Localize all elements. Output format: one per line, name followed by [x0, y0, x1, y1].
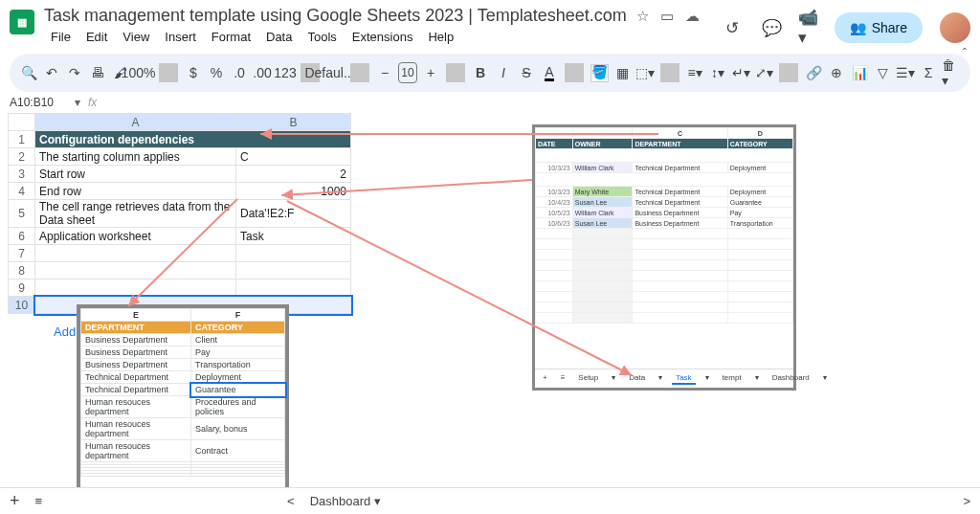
- bold-button[interactable]: B: [471, 61, 490, 84]
- scroll-sheets-right[interactable]: >: [963, 494, 970, 508]
- add-rows-button[interactable]: Add: [54, 324, 76, 339]
- text-color-button[interactable]: A: [540, 61, 559, 84]
- history-icon[interactable]: ↺: [725, 18, 745, 38]
- merge-button[interactable]: ⬚▾: [635, 61, 655, 84]
- search-menus-icon[interactable]: 🔍: [19, 61, 38, 84]
- undo-button[interactable]: ↶: [42, 61, 61, 84]
- wrap-button[interactable]: ↵▾: [731, 61, 750, 84]
- filter-views-button[interactable]: ☰▾: [896, 61, 915, 84]
- link-button[interactable]: 🔗: [804, 61, 823, 84]
- filter-button[interactable]: ▽: [873, 61, 892, 84]
- scroll-sheets-left[interactable]: <: [287, 494, 295, 508]
- v-align-button[interactable]: ↕▾: [708, 61, 727, 84]
- lock-icon: 👥: [850, 20, 866, 35]
- insert-chart-button[interactable]: 📊: [850, 61, 869, 84]
- percent-button[interactable]: %: [207, 61, 226, 84]
- print-button[interactable]: 🖶: [88, 61, 107, 84]
- task-sheet-preview: CD DATEOWNERDEPARTMENTCATEGORY 10/3/23Wi…: [532, 124, 796, 391]
- italic-button[interactable]: I: [494, 61, 513, 84]
- strike-button[interactable]: S: [517, 61, 536, 84]
- increase-font-button[interactable]: +: [421, 61, 440, 84]
- zoom-select[interactable]: 100%▾: [134, 61, 153, 84]
- fill-color-button[interactable]: 🪣: [590, 61, 609, 84]
- font-select[interactable]: Defaul...▾: [325, 61, 345, 84]
- all-sheets-button[interactable]: ≡: [35, 494, 43, 508]
- move-icon[interactable]: ▭: [660, 8, 674, 25]
- config-header-cell[interactable]: Configuration dependencies: [35, 131, 351, 148]
- menu-data[interactable]: Data: [259, 28, 299, 46]
- rotate-button[interactable]: ⤢▾: [754, 61, 773, 84]
- collapse-toolbar-icon[interactable]: ˆ: [963, 46, 967, 60]
- more-formats-button[interactable]: 123: [276, 61, 295, 84]
- data-sheet-preview: EF DEPARTMENTCATEGORY Business Departmen…: [77, 304, 289, 513]
- currency-button[interactable]: $: [184, 61, 203, 84]
- sheets-logo[interactable]: ▦: [10, 10, 34, 34]
- menu-tools[interactable]: Tools: [301, 28, 343, 46]
- menu-edit[interactable]: Edit: [79, 28, 114, 46]
- decrease-font-button[interactable]: −: [375, 61, 394, 84]
- comments-icon[interactable]: 💬: [762, 18, 781, 38]
- redo-button[interactable]: ↷: [65, 61, 84, 84]
- name-box[interactable]: A10:B10: [10, 96, 67, 109]
- namebox-dropdown-icon[interactable]: ▾: [75, 96, 80, 109]
- fx-label: fx: [88, 96, 97, 109]
- menu-bar: File Edit View Insert Format Data Tools …: [44, 28, 725, 46]
- delete-button[interactable]: 🗑▾: [942, 61, 961, 84]
- menu-file[interactable]: File: [44, 28, 78, 46]
- col-header-B[interactable]: B: [236, 114, 351, 131]
- font-size-input[interactable]: 10: [398, 62, 417, 83]
- toolbar: 🔍 ↶ ↷ 🖶 🖌 100%▾ $ % .0 .00 123 Defaul...…: [10, 54, 970, 92]
- star-icon[interactable]: ☆: [636, 8, 649, 25]
- insert-comment-button[interactable]: ⊕: [827, 61, 846, 84]
- decrease-decimal-button[interactable]: .0: [230, 61, 249, 84]
- borders-button[interactable]: ▦: [612, 61, 632, 84]
- add-sheet-button[interactable]: +: [10, 491, 20, 511]
- sheet-tab-dashboard[interactable]: Dashboard ▾: [310, 494, 381, 508]
- share-button[interactable]: 👥Share: [835, 12, 923, 43]
- h-align-button[interactable]: ≡▾: [685, 61, 704, 84]
- col-header-A[interactable]: A: [35, 114, 236, 131]
- account-avatar[interactable]: [940, 12, 970, 43]
- spreadsheet-grid[interactable]: A B 1Configuration dependencies 2The sta…: [8, 113, 351, 314]
- sheet-tabs-bar: + ≡ < Dashboard ▾ >: [0, 487, 980, 514]
- meet-icon[interactable]: 📹▾: [798, 8, 817, 48]
- cloud-icon[interactable]: ☁: [685, 8, 700, 25]
- menu-insert[interactable]: Insert: [158, 28, 203, 46]
- menu-format[interactable]: Format: [205, 28, 257, 46]
- menu-extensions[interactable]: Extensions: [345, 28, 420, 46]
- increase-decimal-button[interactable]: .00: [253, 61, 272, 84]
- menu-view[interactable]: View: [116, 28, 156, 46]
- functions-button[interactable]: Σ: [919, 61, 938, 84]
- menu-help[interactable]: Help: [421, 28, 460, 46]
- doc-title[interactable]: Task management template using Google Sh…: [44, 6, 627, 26]
- corner-cell[interactable]: [9, 114, 35, 131]
